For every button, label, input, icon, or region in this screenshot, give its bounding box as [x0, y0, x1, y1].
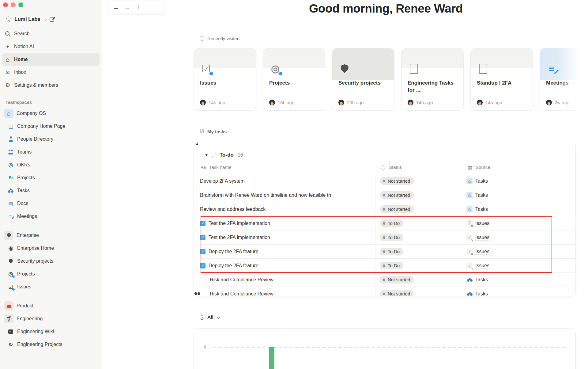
sidebar-teamspace-item[interactable]: Company OS	[2, 107, 100, 120]
checked-checkbox-icon[interactable]	[200, 249, 205, 254]
sidebar-teamspace-item[interactable]: Security projects	[2, 255, 100, 267]
source-link[interactable]: Issues	[466, 263, 489, 269]
sidebar-teamspace-item[interactable]: Projects	[2, 172, 100, 184]
source-link[interactable]: Issues	[466, 220, 489, 226]
card-timestamp: 14h ago	[416, 100, 433, 105]
sidebar-teamspace-item[interactable]: Enterprise	[2, 229, 100, 242]
binoculars-icon	[466, 277, 473, 283]
sidebar-teamspace-item[interactable]: Tasks	[2, 184, 100, 197]
minimize-window-button[interactable]	[11, 2, 16, 7]
sidebar-teamspace-item[interactable]: Teams	[2, 146, 100, 158]
checked-checkbox-icon[interactable]	[200, 235, 205, 240]
document-icon	[477, 62, 489, 75]
sidebar-teamspace-item[interactable]: Projects	[2, 268, 100, 280]
status-badge[interactable]: To Do	[380, 234, 403, 241]
checked-checkbox-icon[interactable]	[200, 263, 205, 268]
task-name-link[interactable]: Develop 2FA system	[200, 178, 245, 184]
source-link[interactable]: Tasks	[466, 277, 488, 283]
source-link[interactable]: Tasks	[466, 192, 488, 198]
checkbox-pin-icon	[7, 283, 14, 290]
close-window-button[interactable]	[3, 2, 8, 7]
sidebar-menu-item[interactable]: Search	[2, 28, 100, 40]
source-link[interactable]: Tasks	[466, 178, 488, 184]
source-link[interactable]: Tasks	[466, 206, 488, 212]
sidebar-teamspace-item[interactable]: People Directory	[2, 133, 100, 145]
task-row[interactable]: Review and address feedback Not started …	[200, 202, 575, 216]
sidebar-teamspace-item[interactable]: Product	[2, 300, 100, 312]
status-badge[interactable]: Not started	[380, 191, 414, 199]
task-row[interactable]: Develop 2FA system Not started Tasks	[200, 174, 575, 188]
task-row[interactable]: Test the 2FA implementation To Do Issues	[200, 216, 575, 230]
task-name-link[interactable]: Test the 2FA implementation	[209, 235, 270, 240]
sidebar-teamspace-item[interactable]: Engineering	[2, 313, 100, 325]
task-name-link[interactable]: Test the 2FA implementation	[209, 221, 270, 226]
sidebar-menu-item[interactable]: Home	[2, 53, 100, 66]
sidebar-teamspace-item[interactable]: Engineering Wiki	[2, 325, 100, 338]
sidebar-teamspace-item[interactable]: Company Home Page	[2, 120, 100, 132]
status-badge[interactable]: Not started	[380, 276, 414, 283]
house-icon	[466, 206, 473, 212]
todo-group-header[interactable]: To-do 16	[204, 150, 575, 161]
source-link[interactable]: Issues	[466, 234, 489, 241]
status-badge[interactable]: Not started	[380, 205, 414, 213]
sidebar-teamspace-item[interactable]: Docs	[2, 197, 100, 210]
recent-page-card[interactable]: Projects 15h ago	[263, 48, 325, 111]
source-link[interactable]: Issues	[466, 249, 489, 255]
status-badge[interactable]: To Do	[380, 219, 403, 227]
task-name-link[interactable]: Brainstorm with Renee Ward on timeline a…	[200, 192, 331, 198]
task-row[interactable]: Deploy the 2FA feature To Do Issues	[200, 245, 575, 259]
recent-page-card[interactable]: Issues 14h ago	[194, 48, 256, 111]
briefcase-icon	[6, 302, 12, 309]
zoom-window-button[interactable]	[18, 2, 23, 7]
task-row[interactable]: Brainstorm with Renee Ward on timeline a…	[200, 188, 575, 202]
sidebar-teamspace-item[interactable]: Engineering Projects	[2, 338, 100, 351]
plus-icon[interactable]	[135, 4, 141, 11]
recent-page-card[interactable]: Security projects 20h ago	[332, 48, 394, 111]
task-name-link[interactable]: Review and address feedback	[200, 207, 266, 212]
back-arrow-icon[interactable]	[113, 4, 119, 11]
column-task-name[interactable]: Task name	[200, 161, 375, 174]
cycle-icon	[7, 174, 14, 181]
sidebar-menu-item[interactable]: Settings & members	[2, 79, 100, 91]
sidebar-menu-item[interactable]: Notion AI	[2, 40, 100, 53]
teamspaces-list: Company OS Company Home Page People Dire…	[0, 107, 102, 351]
meetings-icon	[7, 213, 14, 220]
task-row[interactable]: Risk and Compliance Review Not started T…	[200, 287, 575, 296]
source-link[interactable]: Tasks	[466, 291, 488, 297]
sidebar-teamspace-item[interactable]: Enterprise Home	[2, 242, 100, 254]
recent-page-card[interactable]: Meetings 2w ago	[540, 48, 579, 111]
task-row[interactable]: Deploy the 2FA feature To Do Issues	[200, 259, 575, 273]
inbox-icon	[4, 69, 11, 76]
collapse-triangle-icon[interactable]	[204, 153, 209, 157]
sidebar-menu-item[interactable]: Inbox	[2, 66, 100, 78]
forward-arrow-icon[interactable]	[124, 4, 130, 11]
status-badge[interactable]: Not started	[380, 290, 414, 296]
status-badge[interactable]: To Do	[380, 248, 403, 255]
task-name-link[interactable]: Risk and Compliance Review	[210, 277, 273, 283]
checked-checkbox-icon[interactable]	[200, 221, 205, 226]
workspace-switcher[interactable]: Lumi Labs	[3, 14, 99, 25]
column-status[interactable]: Status	[375, 161, 462, 174]
task-row[interactable]: Test the 2FA implementation To Do Issues	[200, 230, 575, 245]
compose-icon[interactable]	[48, 16, 55, 23]
status-badge[interactable]: To Do	[380, 262, 403, 269]
column-source[interactable]: Source	[462, 161, 550, 174]
avatar	[408, 100, 413, 105]
recent-page-card[interactable]: Engineering Tasks for ... 14h ago	[401, 48, 464, 111]
sidebar-teamspace-item[interactable]: OKRs	[2, 159, 100, 171]
task-name-link[interactable]: Risk and Compliance Review	[210, 291, 273, 297]
sidebar-teamspace-item[interactable]: Meetings	[2, 210, 100, 223]
sidebar-teamspace-item[interactable]: Issues	[2, 281, 100, 293]
home-icon	[4, 56, 11, 63]
card-title: Projects	[269, 80, 319, 87]
status-badge[interactable]: Not started	[380, 177, 414, 185]
binoculars-icon	[466, 291, 473, 297]
task-name-link[interactable]: Deploy the 2FA feature	[209, 249, 258, 254]
house-icon	[466, 192, 473, 198]
recent-page-card[interactable]: Standup | 2FA 14h ago	[470, 48, 533, 111]
chart-filter[interactable]: All	[199, 314, 221, 320]
status-spinner-icon	[380, 164, 386, 171]
task-name-link[interactable]: Deploy the 2FA feature	[209, 263, 258, 268]
chevron-down-icon	[216, 315, 221, 319]
task-row[interactable]: Risk and Compliance Review Not started T…	[200, 273, 575, 287]
